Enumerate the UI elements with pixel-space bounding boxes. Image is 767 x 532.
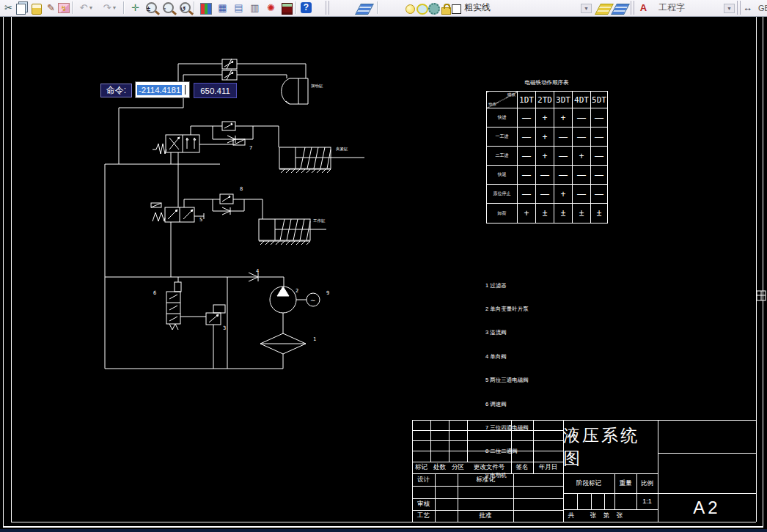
scale-value: 1:1 [636,493,658,509]
cell-value: — [518,108,536,128]
toolbar-separator [123,1,125,14]
zoom-dynamic-icon[interactable]: ↺ [178,1,192,15]
corner-top-label: 磁铁 [507,92,515,97]
undo-arrow-glyph: ↶ [80,1,88,15]
undo-dropdown-arrow[interactable]: ▼ [88,1,93,15]
table-corner-cell: 磁铁 动作 [487,92,518,108]
solenoid-sequence-table: 磁铁 动作 1DT 2TD 3DT 4DT 5DT 快进 — + + — — 一… [486,91,608,223]
pen-icon[interactable]: ✎ [44,1,58,15]
cell-value: + [573,147,591,166]
paste-icon[interactable] [29,1,43,15]
revision-header-signature: 签名 [511,462,533,473]
cell-value: — [591,147,608,166]
print-icon[interactable]: ▥ [248,1,262,15]
corner-bottom-label: 动作 [488,102,496,107]
zoom-in-modifier: ± [147,2,150,16]
pan-icon[interactable]: ✛ [128,1,142,15]
parts-list-item: 7 三位四通电磁阀 [485,424,529,432]
cell-value: — [518,128,536,147]
line-style-combo[interactable]: 粗实线 ▼ [452,1,592,14]
toolbar-group-separator [326,1,329,15]
approve-label: 批准 [458,510,513,522]
standardization-label: 标准化 [458,473,513,486]
layer-tool-1-icon[interactable] [597,1,611,15]
component-number-1: 1 [313,336,316,342]
revision-header-mark: 标记 [412,462,430,473]
cell-value: + [518,204,536,223]
row-label: 快进 [487,108,518,128]
stage-mark-label: 阶段标记 [563,473,614,493]
cell-value: — [573,166,591,185]
text-caret [185,85,186,95]
work-cylinder-label: 工作缸 [313,218,326,223]
cell-value: — [591,108,608,128]
dim-style-value: GB-3 [758,4,767,12]
undo-icon[interactable]: ↶▼ [76,1,97,15]
revision-header-doc-no: 更改文件号 [467,462,511,473]
color-icon[interactable] [199,1,213,15]
drawing-canvas[interactable]: 7 8 5 4 6 3 2 9 1 摆动缸 夹紧缸 工作缸 ∼ [0,16,767,532]
eraser-icon[interactable]: ↯ [58,3,70,13]
parts-list-item: 1 过滤器 [485,282,529,290]
toolbar-separator [296,1,297,14]
help-icon[interactable]: ? [301,2,312,13]
redo-dropdown-arrow[interactable]: ▼ [111,1,117,15]
review-label: 审核 [412,498,435,510]
cell-value: — [591,128,608,147]
scale-label: 比例 [636,473,658,493]
column-header: 1DT [518,92,536,108]
parts-list-item: 2 单向变量叶片泵 [485,306,529,314]
table-row: 卸荷 + ± ± ± ± [487,204,608,223]
cell-value: — [518,147,536,166]
window-bottom-edge [0,529,767,532]
clean-icon[interactable]: ✺ [264,1,278,15]
solenoid-table-title: 电磁铁动作顺序表 [486,79,607,86]
cell-value: + [554,185,573,204]
cell-value: + [536,108,554,128]
row-label: 二工进 [487,147,518,166]
text-style-dropdown-arrow[interactable]: ▼ [724,4,735,13]
line-style-swatch [452,4,461,14]
copy-icon[interactable] [15,1,29,15]
column-header: 4DT [573,92,591,108]
table-row: 快进 — + + — — [487,108,608,128]
cell-value: — [554,128,573,147]
cell-value: — [554,166,573,185]
motor-symbol: ∼ [310,297,316,304]
parts-list-item: 8 二位二通阀 [485,448,529,456]
toolbar-separator [194,1,195,14]
cad-application-window: ✂ ✎ ↯ ↶▼ ↷▼ ✛ ± ▫ ↺ ▦ ▤ ▥ ✺ ? 粗实线 ▼ [0,0,767,532]
cut-icon[interactable]: ✂ [1,1,15,15]
cell-value: + [536,128,554,147]
gear-glyph [428,3,440,15]
toolbar-separator [377,1,378,14]
sheet-icon[interactable]: ▤ [232,1,246,15]
row-label: 原位停止 [487,185,518,204]
drawing-title: 液压系统图 [563,420,658,473]
component-number-9: 9 [326,290,329,296]
layer-tool-2-icon[interactable] [613,1,627,15]
redo-icon[interactable]: ↷▼ [100,1,120,15]
zoom-in-icon[interactable]: ± [144,1,158,15]
sheet-total-unit: 张 [588,509,598,522]
text-style-icon[interactable]: A [636,1,650,15]
calculator-glyph [282,3,293,15]
line-style-dropdown-arrow[interactable]: ▼ [581,4,592,13]
text-style-combo[interactable]: 工程字 ▼ [655,1,735,14]
coordinate-x-input[interactable]: -2114.4181 [135,81,190,98]
calculator-icon[interactable] [280,1,294,15]
revision-header-count: 处数 [430,462,449,473]
parts-list-item: 5 两位三通电磁阀 [485,377,529,385]
table-row: 一工进 — + — — — [487,128,608,147]
coordinate-y-input[interactable]: 650.411 [194,83,237,98]
layers-icon[interactable] [357,1,371,15]
dim-style-icon[interactable]: ↔ [741,1,755,15]
zoom-window-icon[interactable]: ▫ [161,1,175,15]
cell-value: + [536,147,554,166]
command-prompt-label: 命令: [100,84,132,97]
table-icon[interactable]: ▦ [216,1,230,15]
cell-value: — [573,185,591,204]
component-number-2: 2 [296,288,298,294]
lock-glyph [441,7,451,15]
dim-style-combo[interactable]: GB-3 [758,1,767,14]
